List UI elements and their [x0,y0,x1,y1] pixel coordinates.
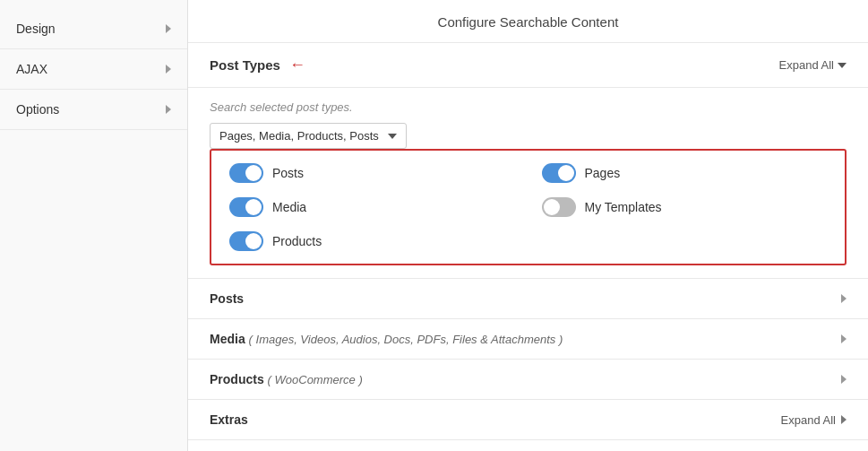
dropdown-value: Pages, Media, Products, Posts [219,129,379,143]
chevron-right-icon [166,24,171,33]
sidebar-item-label: Options [16,102,59,117]
toggle-label-pages: Pages [585,166,621,180]
extras-expand-label: Expand All [781,413,836,427]
toggle-products[interactable] [229,231,263,251]
toggle-row-products: Products [229,231,515,251]
save-area: Save Form [188,440,868,451]
toggle-pages[interactable] [542,163,576,183]
toggle-media[interactable] [229,197,263,217]
products-row-sub: ( WooCommerce ) [268,373,363,386]
sidebar-item-design[interactable]: Design [0,9,187,49]
extras-row: Extras Expand All [188,400,868,440]
media-row-title: Media ( Images, Videos, Audios, Docs, PD… [210,332,563,346]
sidebar-item-label: AJAX [16,62,47,76]
toggle-my-templates[interactable] [542,197,576,217]
sidebar: Design AJAX Options [0,0,188,451]
post-types-popup: Posts Pages Media My Te [210,149,847,265]
posts-chevron-icon [841,294,847,303]
post-types-dropdown[interactable]: Pages, Media, Products, Posts [210,123,407,149]
toggle-label-my-templates: My Templates [585,200,662,214]
expand-all-button[interactable]: Expand All [779,58,847,72]
arrow-icon: ← [289,56,305,74]
toggle-row-my-templates: My Templates [542,197,828,217]
post-types-label: Post Types [210,57,280,73]
chevron-right-icon [166,105,171,114]
sidebar-item-ajax[interactable]: AJAX [0,49,187,90]
toggle-label-media: Media [272,200,306,214]
toggle-label-posts: Posts [272,166,304,180]
dropdown-chevron-icon [388,134,397,139]
extras-expand[interactable]: Expand All [781,413,847,427]
toggle-posts[interactable] [229,163,263,183]
sidebar-item-options[interactable]: Options [0,90,187,130]
chevron-down-icon [838,63,847,68]
chevron-right-icon [166,65,171,74]
media-collapsible-row[interactable]: Media ( Images, Videos, Audios, Docs, PD… [188,319,868,360]
post-types-section-header: Post Types ← Expand All [188,43,868,88]
toggle-grid: Posts Pages Media My Te [229,163,827,251]
posts-row-title: Posts [210,291,244,306]
media-row-sub: ( Images, Videos, Audios, Docs, PDFs, Fi… [249,333,563,346]
sidebar-item-label: Design [16,22,56,36]
toggle-row-media: Media [229,197,515,217]
post-types-content: Search selected post types. Pages, Media… [188,88,868,279]
posts-collapsible-row[interactable]: Posts [188,279,868,319]
products-collapsible-row[interactable]: Products ( WooCommerce ) [188,360,868,400]
search-label: Search selected post types. [210,100,847,114]
extras-chevron-icon [841,415,847,424]
toggle-row-pages: Pages [542,163,828,183]
products-row-title: Products ( WooCommerce ) [210,372,363,386]
expand-all-label: Expand All [779,58,834,72]
extras-label: Extras [210,412,248,427]
main-content: Configure Searchable Content Post Types … [188,0,868,451]
page-title: Configure Searchable Content [438,14,619,30]
toggle-row-posts: Posts [229,163,515,183]
products-chevron-icon [841,375,847,384]
toggle-label-products: Products [272,234,322,248]
page-title-bar: Configure Searchable Content [188,0,868,43]
media-chevron-icon [841,334,847,343]
post-types-title: Post Types ← [210,56,305,74]
content-area: Post Types ← Expand All Search selected … [188,43,868,451]
